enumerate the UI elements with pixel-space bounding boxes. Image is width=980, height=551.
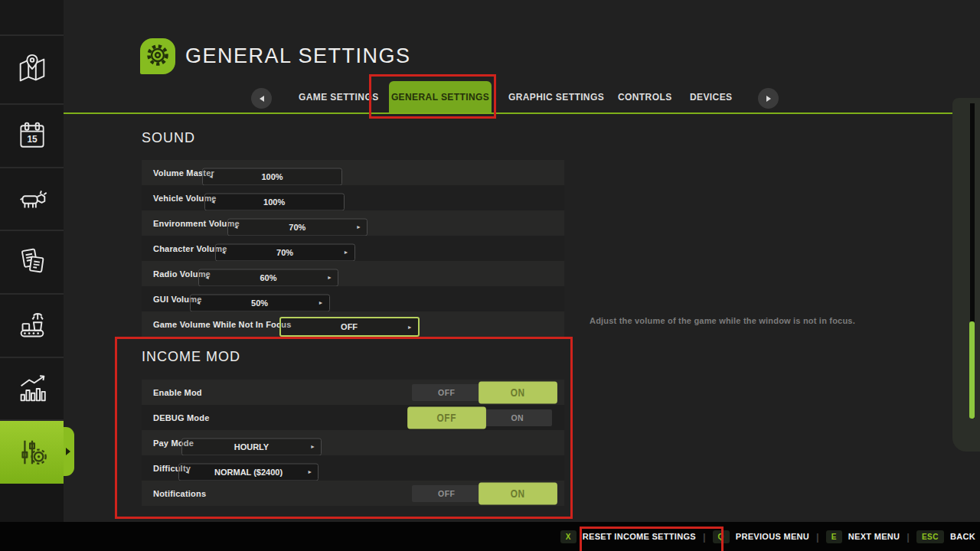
calendar-icon: 15 (15, 119, 49, 153)
sidebar-item-settings[interactable] (0, 419, 64, 484)
reset-income-settings-button[interactable]: X RESET INCOME SETTINGS (560, 530, 696, 543)
toggle-on-button[interactable]: ON (479, 482, 557, 504)
sidebar-item-contracts[interactable] (0, 230, 64, 293)
back-button[interactable]: ESC BACK (916, 530, 975, 543)
sidebar-item-empty (0, 0, 64, 34)
income-mod-rows: Enable Mod OFF ON DEBUG Mode OFF ON Pay … (142, 380, 564, 506)
gui-volume-stepper[interactable]: ◄ 50% ► (190, 294, 330, 311)
sidebar-item-calendar[interactable]: 15 (0, 103, 64, 167)
section-title-income-mod: INCOME MOD (142, 349, 240, 365)
stepper-value: 50% (191, 298, 329, 308)
chevron-right-icon (766, 96, 771, 102)
previous-menu-label: PREVIOUS MENU (736, 532, 809, 541)
key-badge-e: E (826, 530, 842, 543)
production-icon (15, 308, 50, 344)
debug-mode-toggle[interactable]: OFF ON (412, 409, 552, 426)
character-volume-stepper[interactable]: ◄ 70% ► (215, 243, 355, 261)
divider: | (906, 531, 910, 543)
stepper-value: 100% (203, 172, 341, 181)
pay-mode-stepper[interactable]: ◄ HOURLY ► (181, 438, 322, 455)
tab-devices[interactable]: DEVICES (690, 92, 732, 103)
chevron-right-icon (66, 448, 70, 455)
sidebar: 15 (0, 0, 64, 522)
stepper-value: 70% (216, 248, 354, 257)
gear-icon (145, 42, 171, 71)
sidebar-item-map[interactable] (0, 34, 64, 103)
sound-rows: Volume Master ◄ 100% ► Vehicle Volume ◄ … (142, 160, 564, 337)
row-enable-mod: Enable Mod OFF ON (142, 380, 564, 405)
stepper-value: 70% (228, 223, 367, 232)
statistics-icon (15, 371, 50, 406)
row-radio-volume: Radio Volume ◄ 60% ► (142, 261, 564, 286)
row-debug-mode: DEBUG Mode OFF ON (142, 405, 564, 430)
section-title-sound: SOUND (142, 130, 195, 146)
stepper-value: OFF (281, 322, 418, 331)
toggle-off-button[interactable]: OFF (407, 406, 485, 429)
row-label: Game Volume While Not In Focus (153, 320, 292, 329)
map-icon (15, 52, 50, 87)
notifications-toggle[interactable]: OFF ON (412, 485, 552, 502)
setting-help-text: Adjust the volume of the game while the … (590, 316, 949, 325)
tabs-next-button[interactable] (758, 88, 779, 109)
next-menu-button[interactable]: E NEXT MENU (826, 530, 900, 543)
vehicle-volume-stepper[interactable]: ◄ 100% ► (204, 193, 345, 210)
right-frame-panel (952, 98, 980, 452)
row-volume-master: Volume Master ◄ 100% ► (142, 160, 564, 185)
row-gui-volume: GUI Volume ◄ 50% ► (142, 286, 564, 311)
tab-controls[interactable]: CONTROLS (618, 92, 672, 103)
sidebar-active-tab-bump (64, 427, 74, 476)
row-label: DEBUG Mode (153, 413, 210, 422)
scrollbar-thumb[interactable] (969, 321, 975, 419)
key-badge-q: Q (713, 530, 730, 543)
tab-game-settings[interactable]: GAME SETTINGS (299, 92, 379, 103)
sidebar-item-statistics[interactable] (0, 357, 64, 419)
row-pay-mode: Pay Mode ◄ HOURLY ► (142, 430, 564, 455)
tab-graphic-settings[interactable]: GRAPHIC SETTINGS (508, 92, 604, 103)
radio-volume-stepper[interactable]: ◄ 60% ► (198, 269, 338, 286)
arrow-right-icon[interactable]: ► (307, 469, 312, 474)
tabs-prev-button[interactable] (251, 88, 272, 109)
stepper-value: NORMAL ($2400) (179, 468, 318, 477)
tab-underline (64, 112, 954, 114)
row-notifications: Notifications OFF ON (142, 481, 564, 506)
row-environment-volume: Environment Volume ◄ 70% ► (142, 210, 564, 236)
previous-menu-button[interactable]: Q PREVIOUS MENU (713, 530, 809, 543)
arrow-right-icon[interactable]: ► (310, 444, 315, 449)
reset-income-settings-label: RESET INCOME SETTINGS (583, 532, 696, 541)
sidebar-item-animals[interactable] (0, 167, 64, 230)
toggle-off-button[interactable]: OFF (412, 384, 482, 401)
sidebar-item-production[interactable] (0, 293, 64, 357)
key-badge-x: X (560, 530, 577, 543)
key-badge-esc: ESC (916, 530, 944, 543)
back-label: BACK (950, 532, 975, 541)
stepper-value: 60% (199, 273, 338, 282)
toggle-on-button[interactable]: ON (479, 381, 557, 403)
row-label: Notifications (153, 489, 206, 498)
arrow-right-icon[interactable]: ► (318, 300, 324, 305)
arrow-right-icon[interactable]: ► (344, 249, 349, 255)
difficulty-stepper[interactable]: ◄ NORMAL ($2400) ► (178, 463, 318, 481)
enable-mod-toggle[interactable]: OFF ON (412, 384, 552, 401)
arrow-right-icon[interactable]: ► (327, 275, 332, 280)
divider: | (703, 531, 706, 543)
tab-general-settings[interactable]: GENERAL SETTINGS (389, 81, 492, 113)
toggle-on-button[interactable]: ON (483, 409, 553, 426)
environment-volume-stepper[interactable]: ◄ 70% ► (227, 218, 368, 236)
arrow-right-icon[interactable]: ► (407, 324, 413, 330)
volume-master-stepper[interactable]: ◄ 100% ► (202, 168, 342, 185)
svg-text:15: 15 (27, 134, 38, 145)
animals-icon (15, 181, 50, 217)
divider: | (816, 531, 819, 543)
settings-icon (15, 435, 50, 470)
row-difficulty: Difficulty ◄ NORMAL ($2400) ► (142, 455, 564, 481)
chevron-left-icon (260, 96, 264, 102)
arrow-right-icon[interactable]: ► (356, 224, 361, 230)
bottom-bar: X RESET INCOME SETTINGS | Q PREVIOUS MEN… (0, 522, 980, 551)
page-icon (140, 38, 175, 74)
game-volume-not-in-focus-stepper[interactable]: ◄ OFF ► (279, 317, 420, 337)
row-vehicle-volume: Vehicle Volume ◄ 100% ► (142, 185, 564, 210)
row-game-volume-not-in-focus: Game Volume While Not In Focus ◄ OFF ► (142, 311, 564, 337)
stepper-value: 100% (205, 197, 344, 207)
toggle-off-button[interactable]: OFF (412, 485, 482, 502)
stepper-value: HOURLY (182, 442, 321, 452)
